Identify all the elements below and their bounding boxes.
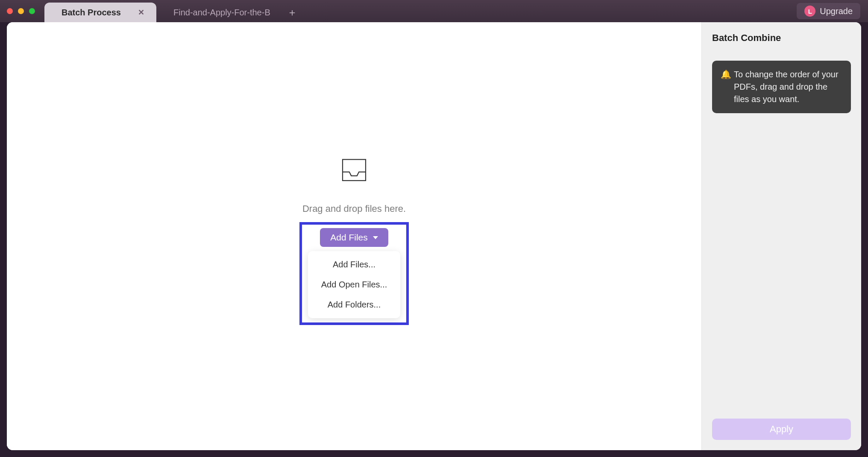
tab-strip: Batch Process ✕ Find-and-Apply-For-the-B… [44, 0, 302, 22]
tab-document[interactable]: Find-and-Apply-For-the-B [156, 3, 282, 22]
apply-button[interactable]: Apply [712, 419, 851, 440]
plus-icon: ＋ [287, 6, 297, 19]
dropdown-item-add-open-files[interactable]: Add Open Files... [308, 275, 400, 295]
zoom-window-icon[interactable] [29, 8, 35, 14]
chevron-down-icon [373, 236, 378, 239]
avatar-letter: L [808, 8, 812, 15]
sidebar-title: Batch Combine [712, 32, 851, 44]
dropzone-hint: Drag and drop files here. [302, 203, 406, 214]
titlebar: Batch Process ✕ Find-and-Apply-For-the-B… [0, 0, 868, 22]
dropzone[interactable]: Drag and drop files here. Add Files Add … [299, 155, 409, 325]
tip-text: To change the order of your PDFs, drag a… [734, 68, 842, 105]
add-files-label: Add Files [330, 232, 368, 243]
add-files-button[interactable]: Add Files [320, 228, 388, 247]
close-tab-icon[interactable]: ✕ [138, 8, 144, 17]
add-files-highlight: Add Files Add Files... Add Open Files...… [299, 222, 409, 325]
new-tab-button[interactable]: ＋ [282, 3, 302, 22]
bell-icon: 🔔 [721, 68, 731, 105]
avatar: L [804, 6, 815, 17]
dropdown-item-add-files[interactable]: Add Files... [308, 255, 400, 275]
tab-label: Batch Process [62, 8, 121, 18]
tab-label: Find-and-Apply-For-the-B [173, 8, 270, 18]
tab-batch-process[interactable]: Batch Process ✕ [44, 3, 156, 22]
dropdown-item-add-folders[interactable]: Add Folders... [308, 295, 400, 315]
upgrade-label: Upgrade [820, 6, 853, 16]
minimize-window-icon[interactable] [18, 8, 24, 14]
sidebar: Batch Combine 🔔 To change the order of y… [701, 22, 861, 450]
inbox-icon [339, 155, 369, 187]
main-pane: Drag and drop files here. Add Files Add … [7, 22, 701, 450]
add-files-dropdown: Add Files... Add Open Files... Add Folde… [308, 251, 400, 318]
app-window: Drag and drop files here. Add Files Add … [7, 22, 861, 450]
traffic-lights [7, 8, 35, 14]
close-window-icon[interactable] [7, 8, 13, 14]
tip-box: 🔔 To change the order of your PDFs, drag… [712, 61, 851, 113]
upgrade-button[interactable]: L Upgrade [797, 3, 860, 19]
